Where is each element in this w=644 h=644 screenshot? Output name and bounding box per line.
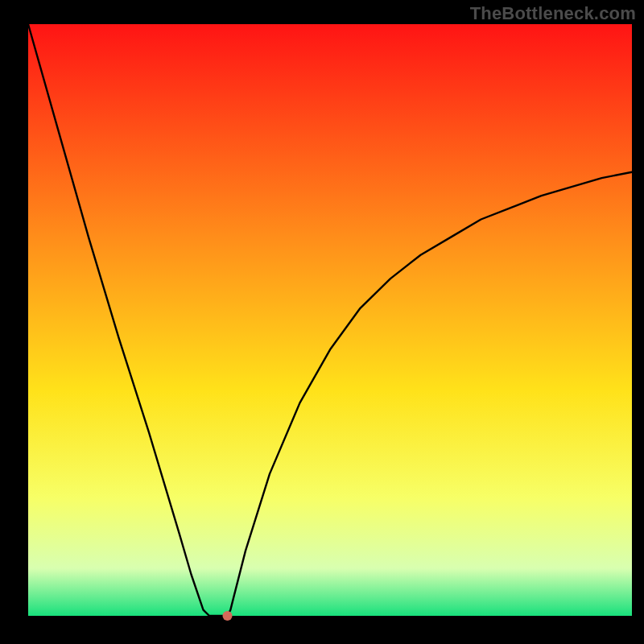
plot-area xyxy=(28,24,632,616)
chart-frame: TheBottleneck.com xyxy=(0,0,644,644)
optimum-marker xyxy=(223,611,233,621)
bottleneck-chart xyxy=(0,0,644,644)
